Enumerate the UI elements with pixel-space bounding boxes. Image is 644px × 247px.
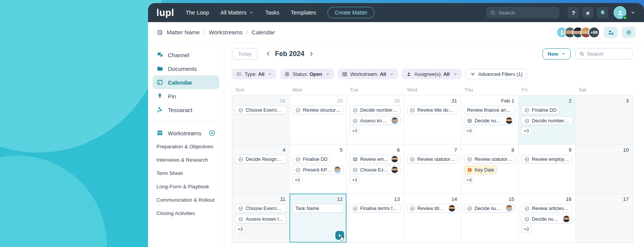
more-tasks-badge[interactable]: +3 [349, 176, 360, 184]
create-matter-button[interactable]: Create Matter [327, 7, 375, 18]
sidebar-item-channel[interactable]: Channel [153, 48, 219, 62]
day-cell-10[interactable]: 10 [576, 144, 633, 194]
day-cell-4[interactable]: 4Decide Resignatio... [232, 144, 290, 194]
more-tasks-badge[interactable]: +3 [464, 176, 474, 184]
more-tasks-badge[interactable]: +3 [292, 176, 303, 184]
global-search[interactable] [486, 7, 559, 18]
day-cell-6[interactable]: 6Review emplo...Choose Exerci...+3 [347, 144, 404, 194]
task-chip[interactable]: Review employee... [521, 155, 573, 164]
day-cell-7[interactable]: 7Review statutory... [404, 144, 461, 194]
task-chip[interactable]: Choose Exercise p... [235, 106, 287, 114]
breadcrumb-item-matter-name[interactable]: Matter Name [167, 29, 200, 35]
day-cell-2[interactable]: 2Finalise DDDecide number of...+3 [518, 95, 576, 144]
day-cell-feb-1[interactable]: Feb 1Review finance and s...Decide numbe… [461, 95, 518, 144]
task-chip[interactable]: Review emplo... [349, 155, 401, 164]
add-task-button[interactable] [335, 231, 344, 240]
day-cell-8[interactable]: 8Review statutory...Key Date+3 [461, 144, 518, 194]
task-chip[interactable]: Review title d... [407, 204, 458, 213]
day-cell-14[interactable]: 14Review title d... [404, 194, 461, 243]
workstream-item-preparation-objectives[interactable]: Preparation & Objectives [153, 140, 219, 153]
notifications-button[interactable] [597, 7, 608, 18]
sidebar-item-tessaract[interactable]: Tessaract [153, 103, 219, 117]
day-cell-28[interactable]: 28Choose Exercise p... [232, 95, 290, 144]
task-chip[interactable]: Decide numbe... [464, 116, 515, 125]
app-badge-button[interactable]: e [582, 7, 594, 18]
prev-month-chevron-left-icon[interactable] [265, 51, 271, 57]
next-month-chevron-right-icon[interactable] [308, 51, 314, 57]
nav-item-the-loop[interactable]: The Loop [185, 10, 209, 16]
user-avatar[interactable] [613, 6, 626, 19]
more-tasks-badge[interactable]: +3 [235, 225, 245, 233]
today-button[interactable]: Today [232, 48, 258, 60]
task-chip[interactable]: Decide Resignatio... [235, 155, 287, 164]
filter-chip-workstream[interactable]: Workstream: All [338, 69, 398, 79]
task-chip[interactable]: Assess known... [349, 116, 401, 125]
workstream-item-closing-activities[interactable]: Closing Activities [153, 207, 219, 220]
sidebar-item-label: Documents [168, 66, 197, 72]
day-cell-30[interactable]: 30Decide number of...Assess known...+3 [347, 95, 404, 144]
task-chip[interactable]: Decide numbe... [521, 215, 573, 223]
account-chevron-down-icon[interactable] [630, 10, 636, 15]
filter-chip-status[interactable]: Status: Open [280, 69, 334, 79]
nav-item-templates[interactable]: Templates [291, 10, 316, 16]
day-cell-5[interactable]: 5Finalise DDPresent KPIs t...+3 [290, 144, 347, 194]
day-cell-12[interactable]: 12Task Name [290, 194, 347, 243]
day-cell-16[interactable]: 16Review articles of...Decide numbe...+3 [518, 194, 576, 243]
day-cell-31[interactable]: 31Review title docu... [404, 95, 461, 144]
sidebar-item-documents[interactable]: Documents [153, 62, 219, 75]
more-tasks-badge[interactable]: +3 [349, 127, 360, 135]
task-chip[interactable]: Decide number of... [521, 116, 573, 125]
task-chip[interactable]: Review statutory... [464, 155, 515, 164]
task-chip[interactable]: Finalise DD [521, 106, 560, 114]
new-event-button[interactable]: New [543, 48, 571, 59]
task-chip[interactable]: Finalise DD [292, 155, 331, 164]
filter-chip-assignee-s[interactable]: Assignee(s): All [402, 69, 462, 79]
day-cell-15[interactable]: 15Decide numbe... [461, 194, 518, 243]
task-chip[interactable]: Review articles of... [521, 204, 573, 213]
task-chip[interactable]: Review finance and s... [464, 106, 515, 114]
day-cell-9[interactable]: 9Review employee... [518, 144, 576, 194]
task-chip[interactable]: Assess known lia... [235, 215, 287, 223]
filter-chip-type[interactable]: Type: All [232, 69, 276, 79]
workstream-item-term-sheet[interactable]: Term Sheet [153, 167, 219, 180]
more-tasks-badge[interactable]: +3 [464, 127, 474, 135]
workstream-item-communication-rollout[interactable]: Communication & Rollout [153, 193, 219, 207]
settings-button[interactable] [621, 27, 636, 38]
advanced-filters-button[interactable]: Advanced Filters (1) [465, 69, 527, 79]
nav-item-tasks[interactable]: Tasks [265, 10, 279, 16]
calendar-search-input[interactable] [587, 51, 629, 57]
global-search-input[interactable] [499, 10, 555, 16]
task-chip[interactable]: Finalise terms for... [349, 204, 401, 213]
day-cell-13[interactable]: 13Finalise terms for... [347, 194, 404, 243]
date-label: 30 [349, 97, 401, 106]
sidebar-item-pin[interactable]: Pin [153, 89, 219, 103]
add-workstream-plus-circle-icon[interactable] [209, 130, 216, 136]
task-chip[interactable]: Choose Exercise p... [235, 204, 287, 213]
task-chip[interactable]: Decide number of... [349, 106, 401, 114]
more-tasks-badge[interactable]: +3 [521, 225, 531, 233]
new-task-name-input[interactable]: Task Name [292, 204, 344, 213]
task-chip[interactable]: Decide numbe... [464, 204, 515, 213]
sidebar-item-calendar[interactable]: Calendar [153, 75, 219, 89]
more-tasks-badge[interactable]: +3 [521, 127, 531, 135]
day-cell-11[interactable]: 11Choose Exercise p...Assess known lia..… [232, 194, 290, 243]
task-chip[interactable]: Review structure... [292, 106, 344, 114]
task-chip[interactable]: Choose Exerci... [349, 165, 401, 174]
task-chip[interactable]: Review title docu... [407, 106, 458, 114]
task-chip[interactable]: Key Date [464, 165, 497, 174]
task-chip[interactable]: Present KPIs t... [292, 165, 344, 174]
avatar-overflow-count[interactable]: +99 [588, 27, 600, 38]
workstream-item-interviews-research[interactable]: Interviews & Research [153, 153, 219, 167]
day-cell-17[interactable]: 17 [576, 194, 633, 243]
task-chip[interactable]: Review statutory... [407, 155, 458, 164]
day-cell-29[interactable]: 29Review structure... [290, 95, 347, 144]
breadcrumb-item-workstreams[interactable]: Workstreams [209, 29, 243, 35]
nav-item-all-matters[interactable]: All Matters [221, 10, 254, 16]
workstream-item-long-form-playbook[interactable]: Long-Form & Playbook [153, 180, 219, 193]
add-member-button[interactable] [604, 27, 618, 38]
lupl-logo[interactable]: lupl [156, 7, 174, 18]
calendar-search[interactable] [575, 48, 633, 59]
breadcrumb-item-calendar[interactable]: Calendar [252, 29, 275, 35]
help-button[interactable]: ? [568, 7, 579, 18]
day-cell-3[interactable]: 3 [576, 95, 633, 144]
